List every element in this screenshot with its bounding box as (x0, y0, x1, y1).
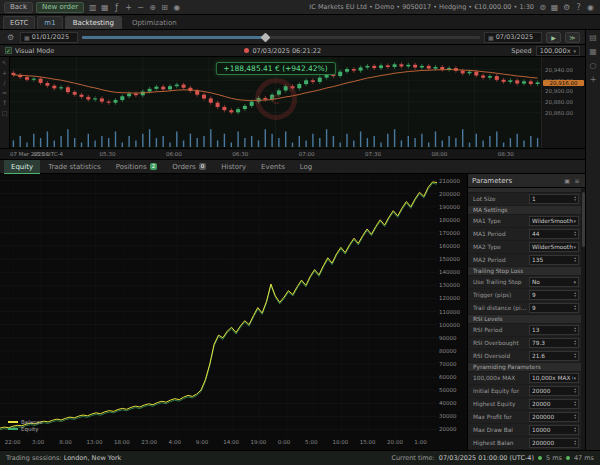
text-tool-icon[interactable]: T (3, 99, 7, 106)
stepper-arrows-icon[interactable]: ▴▾ (574, 388, 576, 394)
tab-trade-statistics[interactable]: Trade statistics (41, 160, 108, 174)
chart-type-icon[interactable]: ▥ (87, 2, 98, 13)
param-input[interactable]: 13▴▾ (529, 325, 579, 335)
timeframe-chip[interactable]: m1 (37, 16, 62, 29)
param-input[interactable]: 20000▴▾ (529, 399, 579, 409)
crosshair-tool-icon[interactable]: + (2, 69, 7, 76)
stepper-arrows-icon[interactable]: ▴▾ (574, 257, 576, 263)
new-order-button[interactable]: New order (36, 2, 84, 13)
add-panel-icon[interactable]: + (590, 75, 597, 84)
stepper-down-icon[interactable]: ▾ (574, 391, 576, 394)
backtest-progress-slider[interactable] (82, 32, 480, 43)
stepper-arrows-icon[interactable]: ▴▾ (574, 327, 576, 333)
param-section-header[interactable]: Pyramiding Parameters (468, 363, 581, 372)
stepper-down-icon[interactable]: ▾ (574, 199, 576, 202)
panel-menu-icon[interactable]: ≡ (573, 177, 581, 185)
price-axis[interactable]: 20,916.00 20,860.0020,880.0020,900.0020,… (541, 57, 585, 148)
symbol-chip[interactable]: EGTC (3, 16, 35, 29)
back-button[interactable]: Back (4, 2, 33, 13)
param-input[interactable]: 1▴▾ (529, 194, 579, 204)
param-input[interactable]: 9▴▾ (529, 303, 579, 313)
param-select[interactable]: 10,000x MAX 004 5.6▾ (529, 373, 579, 383)
crosshair-icon[interactable]: ⊕ (147, 2, 158, 13)
stepper-down-icon[interactable]: ▾ (574, 234, 576, 237)
zoom-in-icon[interactable]: + (123, 2, 134, 13)
stepper-arrows-icon[interactable]: ▴▾ (574, 427, 576, 433)
stepper-down-icon[interactable]: ▾ (574, 356, 576, 359)
param-input[interactable]: 9▴▾ (529, 290, 579, 300)
stepper-down-icon[interactable]: ▾ (574, 308, 576, 311)
stepper-down-icon[interactable]: ▾ (574, 443, 576, 446)
trendline-icon[interactable]: ∕ (3, 79, 5, 86)
stepper-arrows-icon[interactable]: ▴▾ (574, 340, 576, 346)
indicators-icon[interactable]: ƒ (111, 2, 122, 13)
param-input[interactable]: 79.3▴▾ (529, 338, 579, 348)
tab-equity[interactable]: Equity (4, 160, 40, 174)
depth-of-market-icon[interactable]: ▦ (589, 47, 597, 56)
help-icon[interactable]: ? (573, 2, 584, 13)
stepper-down-icon[interactable]: ▾ (574, 343, 576, 346)
start-date-input[interactable]: ▦ 01/01/2025 (20, 32, 78, 43)
stepper-arrows-icon[interactable]: ▴▾ (574, 292, 576, 298)
shapes-icon[interactable]: □ (2, 109, 8, 116)
tab-log[interactable]: Log (293, 160, 320, 174)
panel-grid-icon[interactable]: ▣ (563, 177, 571, 185)
alerts-icon[interactable]: ⊚ (537, 2, 548, 13)
user-icon[interactable]: ◉ (585, 2, 596, 13)
backtest-settings-icon[interactable]: ⚙ (5, 32, 16, 43)
price-chart[interactable]: c +188,485.41 € (+942.42%) (10, 57, 541, 148)
tab-backtesting[interactable]: Backtesting (65, 16, 122, 29)
param-select[interactable]: WilderSmoothing▾ (529, 216, 579, 226)
fast-forward-button[interactable]: ≫ (565, 32, 580, 43)
param-section-header[interactable]: MA Settings (468, 206, 581, 215)
stepper-arrows-icon[interactable]: ▴▾ (574, 305, 576, 311)
stepper-arrows-icon[interactable]: ▴▾ (574, 196, 576, 202)
tab-history[interactable]: History (214, 160, 253, 174)
param-input[interactable]: 21.6▴▾ (529, 351, 579, 361)
parameters-scrollbar[interactable] (581, 188, 585, 450)
calendar-icon[interactable]: ▦ (549, 2, 560, 13)
tab-orders[interactable]: Orders0 (165, 160, 213, 174)
visual-mode-checkbox[interactable]: ✓ (5, 47, 12, 54)
timeframe-icon[interactable]: ▦ (99, 2, 110, 13)
equity-chart[interactable]: 2000030000400005000060000700008000090000… (0, 174, 467, 450)
stepper-down-icon[interactable]: ▾ (574, 260, 576, 263)
stepper-arrows-icon[interactable]: ▴▾ (574, 414, 576, 420)
param-input[interactable]: 135▴▾ (529, 255, 579, 265)
param-input[interactable]: 200000▴▾ (529, 438, 579, 448)
stepper-down-icon[interactable]: ▾ (574, 295, 576, 298)
stepper-arrows-icon[interactable]: ▴▾ (574, 353, 576, 359)
slider-handle[interactable] (261, 32, 271, 42)
layout-grid-icon[interactable]: ⊞ (159, 2, 170, 13)
settings-icon[interactable]: ⚙ (561, 2, 572, 13)
scrollbar-thumb[interactable] (582, 192, 585, 247)
cursor-icon[interactable]: ↖ (2, 59, 7, 66)
stepper-arrows-icon[interactable]: ▴▾ (574, 231, 576, 237)
zoom-out-icon[interactable]: − (135, 2, 146, 13)
end-date-input[interactable]: ▦ 07/03/2025 (484, 32, 542, 43)
watchlist-icon[interactable]: ▤ (589, 33, 597, 42)
fibonacci-icon[interactable]: ≈ (2, 89, 7, 96)
speed-select[interactable]: 100,000x ▾ (536, 46, 580, 56)
stepper-down-icon[interactable]: ▾ (574, 330, 576, 333)
play-button[interactable]: ▶ (546, 32, 561, 43)
tab-events[interactable]: Events (254, 160, 292, 174)
param-section-header[interactable]: Trailing Stop Loss (468, 267, 581, 276)
param-input[interactable]: 200000▴▾ (529, 412, 579, 422)
param-input[interactable]: 44▴▾ (529, 229, 579, 239)
param-select[interactable]: WilderSmoothing▾ (529, 242, 579, 252)
tab-positions[interactable]: Positions2 (109, 160, 164, 174)
alerts-panel-icon[interactable]: ○ (590, 61, 597, 70)
stepper-down-icon[interactable]: ▾ (574, 417, 576, 420)
time-axis[interactable]: 07 Mar 2025 UTC-4 05:0005:3006:0006:3007… (0, 149, 585, 160)
stepper-arrows-icon[interactable]: ▴▾ (574, 401, 576, 407)
param-input[interactable]: 10000▴▾ (529, 425, 579, 435)
stepper-down-icon[interactable]: ▾ (574, 430, 576, 433)
tab-optimization[interactable]: Optimization (124, 16, 185, 29)
param-section-header[interactable]: RSI Levels (468, 315, 581, 324)
stepper-arrows-icon[interactable]: ▴▾ (574, 440, 576, 446)
param-input[interactable]: 20000▴▾ (529, 386, 579, 396)
stepper-down-icon[interactable]: ▾ (574, 404, 576, 407)
screenshot-icon[interactable]: ◉ (171, 2, 182, 13)
param-select[interactable]: No▾ (529, 277, 579, 287)
